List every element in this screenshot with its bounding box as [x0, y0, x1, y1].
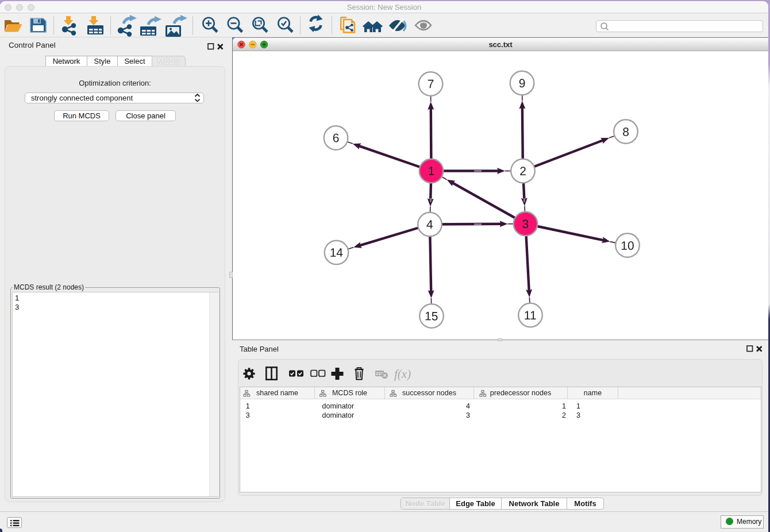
svg-text:1: 1: [428, 164, 435, 178]
svg-text:6: 6: [333, 131, 340, 144]
svg-text:2: 2: [519, 164, 526, 178]
svg-text:11: 11: [524, 309, 537, 322]
svg-text:15: 15: [425, 309, 438, 322]
svg-text:14: 14: [330, 246, 344, 259]
svg-text:10: 10: [621, 239, 634, 252]
svg-text:8: 8: [622, 125, 629, 138]
svg-text:9: 9: [519, 76, 526, 90]
svg-text:4: 4: [426, 218, 433, 231]
svg-text:3: 3: [522, 217, 529, 230]
svg-text:7: 7: [428, 77, 434, 90]
svg-text:f(x): f(x): [394, 367, 411, 381]
